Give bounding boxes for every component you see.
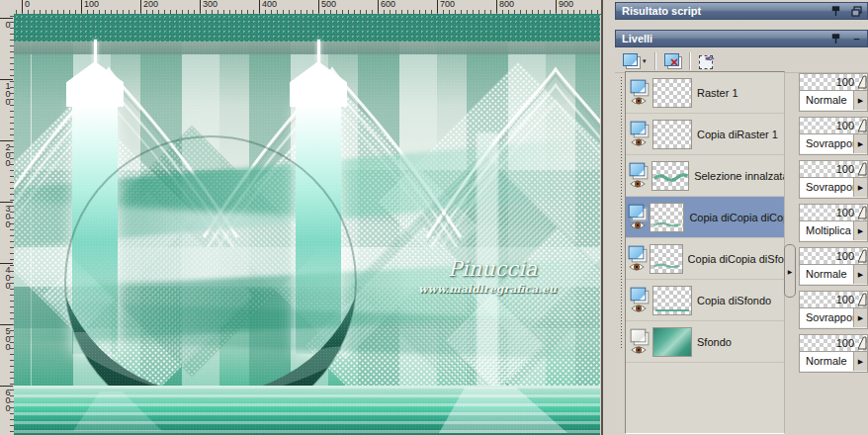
layer-name: Copia diSfondo [697,295,771,306]
edit-selection-icon: ✒ [699,53,717,69]
opacity-slider-handle[interactable] [858,336,867,350]
layer-icon-stack [628,163,649,189]
layer-thumbnail[interactable] [652,120,692,149]
layer-thumbnail[interactable] [652,78,692,108]
blend-mode-dropdown[interactable]: Normale ▶ [800,352,867,371]
opacity-slider[interactable]: 100 [800,205,867,221]
blend-mode-value: Normale [806,268,847,280]
layer-thumbnail[interactable] [652,286,692,315]
blend-mode-dropdown[interactable]: Sovrapponi ▶ [800,308,867,327]
layer-name: Copia diRaster 1 [697,129,778,140]
visibility-eye-icon[interactable] [631,137,647,147]
layer-row[interactable]: Copia diRaster 1 [626,114,784,155]
float-window-icon[interactable] [850,5,863,18]
opacity-value: 100 [836,207,854,218]
blend-mode-value: Normale [806,355,847,367]
plaid-vertical-bands [14,14,600,435]
pin-icon[interactable] [829,33,842,45]
light-strip [477,132,498,392]
dropdown-arrow-icon[interactable]: ▶ [853,308,867,327]
arch-lines [14,40,600,247]
opacity-value: 100 [836,294,854,305]
opacity-slider-handle[interactable] [858,75,867,89]
panel-splitter-handle[interactable]: ▶ [784,244,796,298]
layer-tree-line [621,77,622,350]
opacity-slider-handle[interactable] [858,206,867,219]
sparkle-diamond [446,228,600,435]
opacity-slider[interactable]: 100 [800,335,867,352]
sparkle-diamond [14,98,197,335]
layer-controls: 100 Normale ▶ [799,334,868,373]
layer-row[interactable]: Copia diSfondo [626,280,784,321]
dropdown-arrow-icon[interactable]: ▶ [853,352,867,371]
crystal-column [72,105,118,354]
sparkle-diamond [43,191,252,400]
delete-layer-button[interactable]: ✕ [664,51,681,71]
blend-mode-dropdown[interactable]: Normale ▶ [800,91,867,110]
visibility-eye-icon[interactable] [631,345,647,355]
script-result-panel-header[interactable]: Risultato script [615,2,868,20]
layers-panel-header[interactable]: Livelli – [615,30,868,47]
opacity-slider[interactable]: 100 [800,248,867,265]
opacity-slider[interactable]: 100 [800,161,867,178]
layer-type-icon [630,79,648,95]
layer-row[interactable]: Sfondo [626,321,784,363]
layers-panel-title: Livelli [622,33,652,44]
opacity-slider[interactable]: 100 [800,74,867,91]
collapse-icon[interactable]: – [850,33,863,45]
top-texture-band [14,14,600,42]
dropdown-arrow-icon[interactable]: ▶ [853,134,867,153]
ruler-label-h: 900 [556,0,573,13]
visibility-eye-icon[interactable] [631,96,647,106]
opacity-slider-handle[interactable] [858,119,867,132]
pin-icon[interactable] [829,5,842,18]
ruler-label-h: 700 [437,0,455,13]
dropdown-arrow-icon[interactable]: ▶ [853,178,867,197]
opacity-slider-handle[interactable] [858,249,867,263]
ruler-label-v: 300 [0,202,13,227]
blend-mode-dropdown[interactable]: Sovrapponi ▶ [800,178,867,197]
ruler-label-v: 600 [0,386,13,411]
layer-thumbnail[interactable] [650,244,683,274]
dropdown-arrow-icon[interactable]: ▶ [853,91,867,110]
visibility-eye-icon[interactable] [630,179,646,189]
dropdown-arrow-icon[interactable]: ▶ [853,265,867,284]
layer-thumbnail[interactable] [650,203,684,232]
opacity-slider-handle[interactable] [858,293,867,306]
layer-row[interactable]: Selezione innalzata [626,155,784,197]
layer-thumbnail[interactable] [651,161,689,191]
layer-row[interactable]: Raster 1 [626,72,784,114]
visibility-eye-icon[interactable] [629,262,645,272]
image-canvas[interactable]: Pinuccia www.maidiregrafica.eu [14,14,600,435]
layer-row[interactable]: Copia diCopia diSfondo [626,238,784,280]
grain-texture [14,14,600,435]
opacity-slider[interactable]: 100 [800,292,867,308]
horizontal-ruler: 0100200300400500600700800900 [14,0,601,15]
dock-divider[interactable] [601,0,603,435]
visibility-eye-icon[interactable] [631,304,647,313]
opacity-slider[interactable]: 100 [800,118,867,134]
sparkle-diamond [305,226,543,435]
ruler-label-h: 0 [22,0,30,13]
layer-icon-stack [628,205,647,230]
opacity-value: 100 [836,337,854,349]
layer-thumbnail[interactable] [652,327,692,357]
glass-ring [14,14,600,435]
dropdown-arrow-icon[interactable]: ▶ [853,221,867,240]
column-stem [94,40,97,63]
new-layer-button[interactable]: ▾ [623,51,647,71]
layer-controls: 100 Normale ▶ [799,247,868,286]
new-layer-caret-icon[interactable]: ▾ [643,57,647,65]
blend-mode-dropdown[interactable]: Moltiplica ▶ [800,221,867,240]
toolbar-separator [689,52,691,70]
visibility-eye-icon[interactable] [630,220,646,230]
column-tip [290,61,347,107]
opacity-slider-handle[interactable] [858,162,867,176]
edit-selection-button[interactable]: ✒ [699,51,717,71]
floor-ray [73,392,162,431]
layer-row[interactable]: Copia diCopia diCopia [626,197,784,238]
layer-name: Sfondo [697,336,732,348]
blend-mode-dropdown[interactable]: Sovrapponi ▶ [800,134,867,153]
ruler-label-h: 400 [259,0,277,13]
blend-mode-dropdown[interactable]: Normale ▶ [800,265,867,284]
